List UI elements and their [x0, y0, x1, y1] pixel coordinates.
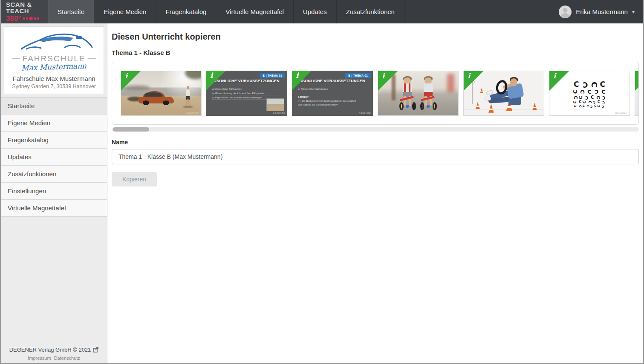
- traffic-cone: [488, 104, 494, 113]
- horizontal-scrollbar-thumb[interactable]: [113, 127, 149, 132]
- main-tabs: Startseite Eigene Medien Fragenkatalog V…: [48, 0, 404, 23]
- slide-preview-strip: i DEGENER i B | THEMA 01 ERSÖNLICHE VORA…: [112, 62, 639, 125]
- slide-title: ERSÖNLICHE VORAUSSETZUNGEN: [297, 79, 370, 83]
- slide-thumbnail-steering-exercise[interactable]: i: [463, 71, 544, 116]
- sidebar-item-updates[interactable]: Updates: [1, 149, 107, 166]
- user-menu[interactable]: Erika Mustermann ▾: [550, 0, 643, 23]
- logo-360: 360°: [6, 15, 21, 22]
- chevron-down-icon: ▾: [632, 9, 635, 15]
- top-navbar: SCAN & TEACH˙ 360° Startseite Eigene Med…: [1, 0, 643, 23]
- slide-bullet-list: a) Körperliche Fähigkeiten: [298, 87, 367, 91]
- lernziel-label: Lernziel: [298, 95, 309, 98]
- tab-zusatzfunktionen[interactable]: Zusatzfunktionen: [336, 0, 404, 23]
- lernziel-text: >> Die Bedeutung von Selbständigkeit, Ge…: [298, 99, 360, 107]
- sidebar-item-fragenkatalog[interactable]: Fragenkatalog: [1, 132, 107, 149]
- info-corner-icon: i: [635, 71, 639, 91]
- slide-title: ERSÖNLICHE VORAUSSETZUNGEN: [211, 79, 284, 83]
- app-logo: SCAN & TEACH˙ 360°: [1, 0, 48, 23]
- slide-thumbnail-beach-car-jogger[interactable]: i DEGENER: [121, 71, 202, 116]
- tab-startseite[interactable]: Startseite: [48, 0, 94, 23]
- car-logo-icon: [14, 29, 95, 56]
- sidebar-menu: Startseite Eigene Medien Fragenkatalog U…: [1, 97, 107, 217]
- external-link-icon[interactable]: [93, 347, 98, 353]
- logo-dots-decoration: [23, 17, 39, 20]
- sidebar-item-virtuelle-magnettafel[interactable]: Virtuelle Magnettafel: [1, 200, 107, 217]
- sidebar: FAHRSCHULE Max Mustermann Fahrschule Max…: [1, 23, 107, 363]
- slide-thumbnail-kids-bikes[interactable]: i: [378, 71, 459, 116]
- copyright-text: DEGENER Verlag GmbH © 2021: [9, 347, 91, 353]
- tab-updates[interactable]: Updates: [293, 0, 336, 23]
- avatar: [559, 6, 572, 18]
- name-input[interactable]: [112, 149, 639, 164]
- sidebar-item-eigene-medien[interactable]: Eigene Medien: [1, 115, 107, 132]
- eye-chart-rows: CCCCCCCCCCCCCCCCCCCCCCCCCCCCCC: [572, 80, 607, 109]
- school-name: Fahrschule Max Mustermann: [6, 75, 102, 82]
- traffic-cone: [475, 102, 480, 109]
- slide-badge: B | THEMA 01: [260, 73, 285, 78]
- tab-fragenkatalog[interactable]: Fragenkatalog: [156, 0, 216, 23]
- tab-eigene-medien[interactable]: Eigene Medien: [94, 0, 156, 23]
- traffic-cone: [480, 88, 484, 93]
- slide-watermark: DEGENER: [187, 112, 199, 114]
- slide-thumbnail-partial[interactable]: i: [635, 71, 639, 116]
- slide-badge: B | THEMA 01: [345, 73, 371, 78]
- app-window: SCAN & TEACH˙ 360° Startseite Eigene Med…: [0, 0, 644, 364]
- user-name: Erika Mustermann: [576, 8, 628, 15]
- logo-text: SCAN & TEACH˙: [6, 1, 48, 14]
- slide-watermark: DEGENER: [615, 112, 627, 114]
- slide-watermark: DEGENER: [359, 112, 371, 115]
- tab-virtuelle-magnettafel[interactable]: Virtuelle Magnettafel: [216, 0, 293, 23]
- sidebar-footer: DEGENER Verlag GmbH © 2021 Impressum Dat…: [1, 347, 107, 363]
- link-datenschutz[interactable]: Datenschutz: [54, 355, 80, 361]
- page-title: Diesen Unterricht kopieren: [112, 32, 638, 42]
- slide-thumbnail-voraussetzungen-2[interactable]: i B | THEMA 01 ERSÖNLICHE VORAUSSETZUNGE…: [292, 71, 373, 116]
- slide-thumbnail-voraussetzungen-1[interactable]: i B | THEMA 01 ERSÖNLICHE VORAUSSETZUNGE…: [206, 71, 287, 116]
- info-corner-icon: i: [549, 71, 569, 91]
- slide-thumbnail-eye-test-chart[interactable]: i CCCCCCCCCCCCCCCCCCCCCCCCCCCCCC DEGENER: [549, 71, 630, 116]
- info-corner-icon: i: [464, 71, 483, 91]
- school-address: Sydney Garden 7, 30539 Hannover: [6, 83, 102, 89]
- content-area: Diesen Unterricht kopieren Thema 1 - Kla…: [107, 23, 643, 363]
- slide-bullet-list: a) Körperliche Fähigkeiten b) Einschränk…: [212, 87, 281, 100]
- link-impressum[interactable]: Impressum: [28, 355, 51, 361]
- sidebar-item-startseite[interactable]: Startseite: [1, 97, 107, 115]
- school-card: FAHRSCHULE Max Mustermann Fahrschule Max…: [4, 26, 104, 94]
- horizontal-scrollbar-track[interactable]: [112, 127, 639, 132]
- sidebar-item-einstellungen[interactable]: Einstellungen: [1, 183, 107, 200]
- slide-inset-photo: [266, 98, 284, 111]
- lesson-subtitle: Thema 1 - Klasse B: [112, 49, 638, 56]
- sidebar-item-zusatzfunktionen[interactable]: Zusatzfunktionen: [1, 166, 107, 183]
- slide-watermark: DEGENER: [273, 112, 285, 115]
- name-field-label: Name: [112, 139, 638, 146]
- copy-button[interactable]: Kopieren: [112, 172, 157, 186]
